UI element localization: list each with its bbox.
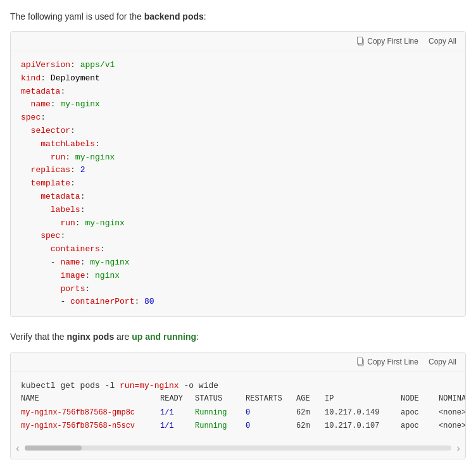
section1-text: The following yaml is used for the backe… xyxy=(10,10,466,23)
copy-first-line-btn-2[interactable]: Copy First Line xyxy=(354,356,421,368)
scrollbar-track[interactable] xyxy=(25,445,451,451)
code-content-2: kubectl get pods -l run=my-nginx -o wide… xyxy=(11,372,465,440)
svg-rect-3 xyxy=(358,358,363,364)
output-table: NAME READY STATUS RESTARTS AGE IP NODE N… xyxy=(21,392,465,433)
copy-all-btn-2[interactable]: Copy All xyxy=(426,356,459,368)
code-toolbar-2: Copy First Line Copy All xyxy=(11,352,465,372)
copy-icon-1 xyxy=(357,37,365,46)
code-scroll-2[interactable]: kubectl get pods -l run=my-nginx -o wide… xyxy=(11,372,465,459)
code-content-1: apiVersion: apps/v1 kind: Deployment met… xyxy=(11,51,465,316)
scroll-right-btn[interactable]: › xyxy=(456,442,460,455)
svg-rect-1 xyxy=(358,37,363,44)
copy-icon-2 xyxy=(357,358,365,366)
copy-all-btn-1[interactable]: Copy All xyxy=(426,35,459,47)
table-row: my-nginx-756fb87568-n5scv 1/1 Running 0 … xyxy=(21,420,465,433)
scrollbar-thumb xyxy=(25,445,82,451)
table-row: my-nginx-756fb87568-gmp8c 1/1 Running 0 … xyxy=(21,406,465,420)
scroll-left-btn[interactable]: ‹ xyxy=(16,442,20,455)
code-toolbar-1: Copy First Line Copy All xyxy=(11,32,465,51)
code-block-1: Copy First Line Copy All apiVersion: app… xyxy=(10,31,466,317)
code-block-2: Copy First Line Copy All kubectl get pod… xyxy=(10,352,466,459)
section2-text: Verify that the nginx pods are up and ru… xyxy=(10,330,466,344)
table-header-row: NAME READY STATUS RESTARTS AGE IP NODE N… xyxy=(21,392,465,406)
copy-first-line-btn-1[interactable]: Copy First Line xyxy=(354,35,421,47)
